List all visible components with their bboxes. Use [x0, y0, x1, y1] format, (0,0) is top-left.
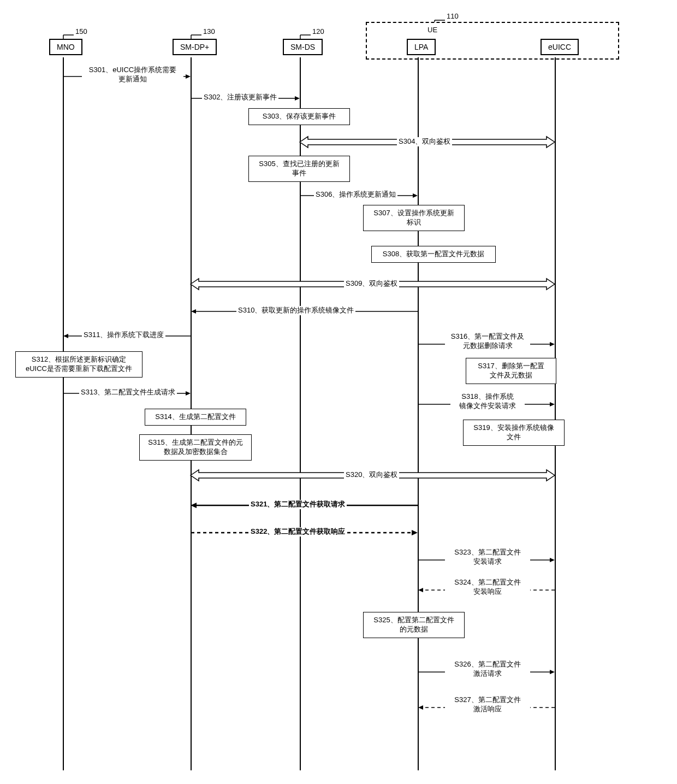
- svg-marker-23: [550, 342, 555, 346]
- ue-label: UE: [427, 26, 437, 34]
- step-s302: S302、注册该更新事件: [202, 93, 278, 102]
- step-s306: S306、操作系统更新通知: [314, 190, 397, 199]
- participant-mno: MNO: [49, 39, 82, 55]
- id-110: 110: [447, 12, 459, 20]
- svg-marker-36: [550, 670, 555, 674]
- step-s316: S316、第一配置文件及元数据删除请求: [445, 332, 530, 351]
- participant-smds: SM-DS: [283, 39, 323, 55]
- svg-marker-21: [186, 391, 191, 396]
- svg-marker-32: [550, 558, 555, 562]
- step-s327: S327、第二配置文件激活响应: [445, 695, 530, 714]
- step-s305: S305、查找已注册的更新事件: [248, 156, 350, 182]
- svg-marker-11: [295, 96, 300, 101]
- step-s303: S303、保存该更新事件: [248, 108, 350, 125]
- svg-marker-30: [412, 530, 418, 535]
- id-120: 120: [312, 27, 324, 36]
- step-s317: S317、删除第一配置文件及元数据: [466, 358, 556, 384]
- step-s308: S308、获取第一配置文件元数据: [371, 246, 496, 263]
- svg-marker-19: [63, 334, 68, 338]
- participant-euicc: eUICC: [541, 39, 579, 55]
- step-s324: S324、第二配置文件安装响应: [445, 578, 530, 597]
- step-s307: S307、设置操作系统更新标识: [363, 205, 465, 231]
- lifeline-lpa: [418, 57, 419, 770]
- step-s321: S321、第二配置文件获取请求: [249, 500, 347, 509]
- step-s323: S323、第二配置文件安装请求: [445, 548, 530, 567]
- id-150: 150: [75, 27, 87, 36]
- step-s301: S301、eUICC操作系统需要更新通知: [82, 66, 183, 84]
- step-s311: S311、操作系统下载进度: [82, 331, 165, 340]
- ue-group-box: [366, 22, 619, 60]
- step-s309: S309、双向鉴权: [344, 279, 399, 288]
- step-s312: S312、根据所述更新标识确定eUICC是否需要重新下载配置文件: [15, 351, 142, 378]
- step-s315: S315、生成第二配置文件的元数据及加密数据集合: [139, 434, 252, 461]
- svg-marker-38: [418, 705, 423, 710]
- svg-marker-17: [191, 309, 196, 314]
- lifeline-mno: [63, 57, 64, 770]
- step-s318: S318、操作系统镜像文件安装请求: [450, 392, 525, 411]
- participant-lpa: LPA: [407, 39, 436, 55]
- participant-smdp: SM-DP+: [173, 39, 217, 55]
- step-s313: S313、第二配置文件生成请求: [79, 388, 177, 397]
- step-s326: S326、第二配置文件激活请求: [445, 660, 530, 679]
- svg-marker-9: [186, 74, 191, 79]
- step-s304: S304、双向鉴权: [397, 137, 452, 146]
- svg-marker-34: [418, 588, 423, 592]
- sequence-diagram: UE 110 MNO 150 SM-DP+ 130 SM-DS 120 LPA …: [11, 11, 666, 773]
- step-s319: S319、安装操作系统镜像文件: [463, 420, 565, 446]
- step-s314: S314、生成第二配置文件: [145, 409, 246, 426]
- step-s310: S310、获取更新的操作系统镜像文件: [236, 306, 355, 315]
- id-130: 130: [203, 27, 215, 36]
- svg-marker-14: [413, 193, 418, 198]
- step-s322: S322、第二配置文件获取响应: [249, 527, 347, 537]
- lifeline-euicc: [555, 57, 556, 770]
- step-s320: S320、双向鉴权: [344, 470, 399, 480]
- svg-marker-25: [550, 402, 555, 406]
- step-s325: S325、配置第二配置文件的元数据: [363, 612, 465, 638]
